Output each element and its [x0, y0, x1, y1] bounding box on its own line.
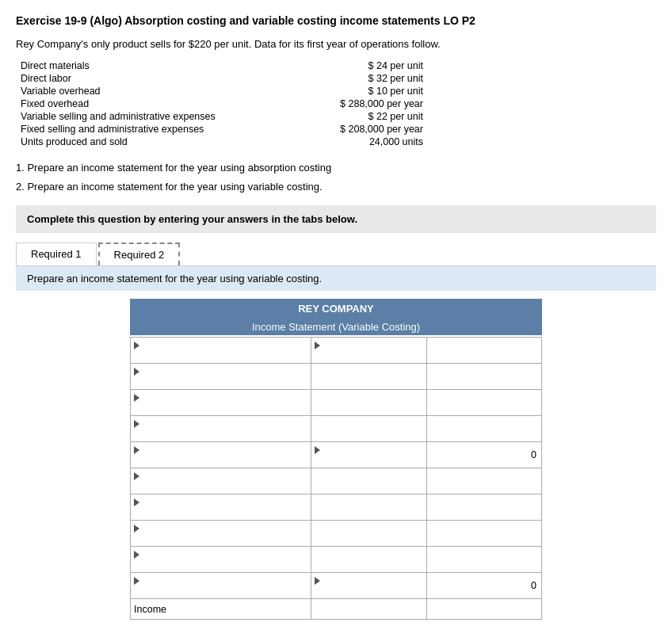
data-row-label: Variable overhead — [16, 85, 285, 97]
row-right-input[interactable] — [430, 397, 536, 408]
income-statement-table: 00 Income — [130, 337, 542, 620]
row-mid-marker-icon — [315, 446, 320, 454]
data-row-label: Direct labor — [16, 72, 285, 85]
income-table-row — [131, 521, 542, 547]
row-label-input[interactable] — [134, 533, 307, 544]
row-marker-icon — [134, 551, 139, 559]
row-mid-marker-icon — [315, 577, 320, 585]
row-right-value: 0 — [426, 573, 541, 599]
row-mid-input[interactable] — [315, 528, 422, 539]
data-row-value: $ 10 per unit — [285, 85, 428, 97]
row-right-input[interactable] — [430, 554, 536, 565]
data-row-label: Units produced and sold — [16, 136, 285, 148]
row-right-input[interactable] — [430, 475, 536, 487]
income-table-row — [131, 468, 542, 494]
row-label-input[interactable] — [134, 507, 307, 518]
exercise-title: Exercise 19-9 (Algo) Absorption costing … — [16, 14, 656, 27]
row-mid-input[interactable] — [315, 455, 422, 466]
data-row-value: $ 22 per unit — [285, 110, 428, 123]
income-table-row — [131, 364, 542, 390]
row-right-input[interactable] — [430, 528, 536, 539]
row-marker-icon — [134, 342, 139, 349]
income-table-row — [131, 547, 542, 573]
row-mid-input[interactable] — [315, 554, 422, 565]
row-mid-marker-icon — [315, 342, 320, 349]
row-mid-input[interactable] — [315, 475, 422, 487]
row-label-input[interactable] — [134, 586, 307, 597]
row-label-input[interactable] — [134, 376, 307, 388]
income-table-title: REY COMPANY — [130, 299, 542, 319]
row-mid-input[interactable] — [315, 586, 422, 597]
complete-box: Complete this question by entering your … — [16, 205, 656, 233]
row-right-input[interactable] — [430, 345, 536, 356]
row-label-input[interactable] — [134, 481, 307, 492]
income-table-row — [131, 494, 542, 521]
instructions: 1. Prepare an income statement for the y… — [16, 159, 656, 196]
row-marker-icon — [134, 472, 139, 480]
row-right-input[interactable] — [430, 423, 536, 434]
income-table-row — [131, 390, 542, 416]
row-right-value: 0 — [426, 442, 541, 468]
intro-text: Rey Company's only product sells for $22… — [16, 38, 656, 50]
row-right-input[interactable] — [430, 502, 536, 513]
row-label-input[interactable] — [134, 350, 307, 361]
row-marker-icon — [134, 446, 139, 454]
data-row-value: $ 32 per unit — [285, 72, 428, 85]
row-marker-icon — [134, 577, 139, 585]
income-label: Income — [134, 604, 166, 615]
row-label-input[interactable] — [134, 455, 307, 466]
instruction-item: 1. Prepare an income statement for the y… — [16, 159, 656, 177]
row-marker-icon — [134, 498, 139, 506]
tabs-row: Required 1 Required 2 — [16, 242, 656, 266]
row-label-input[interactable] — [134, 403, 307, 414]
row-mid-input[interactable] — [315, 397, 422, 408]
row-marker-icon — [134, 368, 139, 376]
data-row-value: $ 24 per unit — [285, 59, 428, 72]
row-marker-icon — [134, 525, 139, 533]
data-row-label: Fixed selling and administrative expense… — [16, 123, 285, 136]
row-marker-icon — [134, 420, 139, 428]
income-table-row — [131, 416, 542, 442]
data-row-label: Variable selling and administrative expe… — [16, 110, 285, 123]
row-right-input[interactable] — [430, 371, 536, 382]
income-table-row: 0 — [131, 573, 542, 599]
income-table-row — [131, 338, 542, 364]
row-mid-input[interactable] — [315, 350, 422, 361]
data-table: Direct materials$ 24 per unitDirect labo… — [16, 59, 656, 148]
income-row: Income — [131, 599, 542, 620]
row-marker-icon — [134, 394, 139, 402]
row-mid-input[interactable] — [315, 371, 422, 382]
tab-required1[interactable]: Required 1 — [16, 242, 97, 265]
row-mid-input[interactable] — [315, 423, 422, 434]
data-row-label: Fixed overhead — [16, 97, 285, 110]
data-row-value: $ 208,000 per year — [285, 123, 428, 136]
row-label-input[interactable] — [134, 559, 307, 571]
income-table-row: 0 — [131, 442, 542, 468]
tab-required2[interactable]: Required 2 — [98, 242, 181, 265]
data-row-value: 24,000 units — [285, 136, 428, 148]
income-table-subtitle: Income Statement (Variable Costing) — [130, 319, 542, 335]
income-table-wrapper: REY COMPANY Income Statement (Variable C… — [130, 299, 542, 620]
row-label-input[interactable] — [134, 429, 307, 440]
instruction-item: 2. Prepare an income statement for the y… — [16, 178, 656, 196]
data-row-value: $ 288,000 per year — [285, 97, 428, 110]
data-row-label: Direct materials — [16, 59, 285, 72]
row-mid-input[interactable] — [315, 502, 422, 513]
tab-instruction: Prepare an income statement for the year… — [16, 266, 656, 291]
income-value-input[interactable] — [430, 604, 536, 615]
